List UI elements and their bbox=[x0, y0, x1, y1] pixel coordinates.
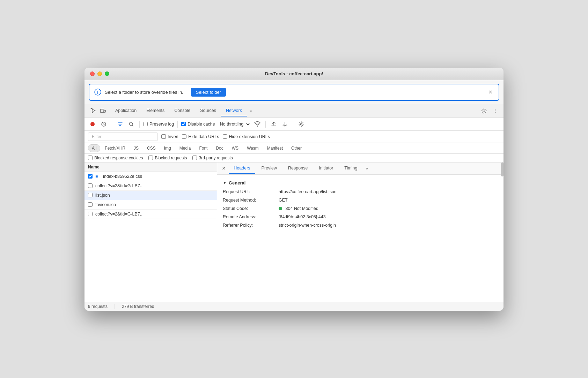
file-item-css[interactable]: ■ index-b859522e.css bbox=[84, 172, 217, 181]
file-name-collect1: collect?v=2&tid=G-LB7... bbox=[95, 183, 213, 188]
hide-data-urls-label[interactable]: Hide data URLs bbox=[182, 134, 219, 139]
status-bar-sep bbox=[115, 304, 115, 309]
third-party-label[interactable]: 3rd-party requests bbox=[192, 156, 233, 160]
tab-elements[interactable]: Elements bbox=[141, 105, 169, 116]
tab-icon-group bbox=[87, 104, 109, 118]
svg-line-10 bbox=[103, 123, 105, 125]
toolbar-sep-5 bbox=[293, 121, 293, 128]
resource-tab-manifest[interactable]: Manifest bbox=[263, 144, 287, 152]
blocked-cookies-checkbox[interactable] bbox=[88, 156, 93, 160]
resource-tab-font[interactable]: Font bbox=[195, 144, 211, 152]
header-value-remote: [64:ff9b::4b02:3c05]:443 bbox=[279, 213, 498, 221]
header-row-referrer: Referrer Policy: strict-origin-when-cros… bbox=[223, 221, 498, 229]
file-item-collect1[interactable]: collect?v=2&tid=G-LB7... bbox=[84, 181, 217, 191]
download-har-button[interactable] bbox=[280, 120, 289, 129]
preserve-log-checkbox[interactable] bbox=[143, 122, 148, 126]
status-dot-green bbox=[279, 207, 282, 210]
disable-cache-label[interactable]: Disable cache bbox=[181, 122, 215, 127]
resource-tab-img[interactable]: Img bbox=[160, 144, 175, 152]
blocked-cookies-text: Blocked response cookies bbox=[94, 156, 143, 160]
svg-point-6 bbox=[495, 110, 495, 111]
detail-tab-more[interactable]: » bbox=[363, 163, 370, 174]
detail-tab-preview[interactable]: Preview bbox=[257, 163, 282, 174]
resource-tab-fetch[interactable]: Fetch/XHR bbox=[101, 144, 129, 152]
toolbar-sep-3 bbox=[177, 121, 178, 128]
titlebar: DevTools - coffee-cart.app/ bbox=[84, 68, 504, 80]
preserve-log-label[interactable]: Preserve log bbox=[143, 122, 174, 127]
hide-extension-urls-label[interactable]: Hide extension URLs bbox=[223, 134, 270, 139]
devtools-settings-icon[interactable] bbox=[480, 107, 488, 115]
record-button[interactable] bbox=[88, 120, 97, 129]
upload-har-button[interactable] bbox=[269, 120, 278, 129]
tab-sources[interactable]: Sources bbox=[195, 105, 221, 116]
third-party-checkbox[interactable] bbox=[192, 156, 197, 160]
device-icon[interactable] bbox=[99, 107, 107, 115]
resource-tab-js[interactable]: JS bbox=[130, 144, 142, 152]
detail-tab-response[interactable]: Response bbox=[283, 163, 313, 174]
maximize-button[interactable] bbox=[105, 71, 109, 76]
section-arrow-icon: ▼ bbox=[223, 181, 227, 185]
file-checkbox-collect1[interactable] bbox=[88, 183, 93, 188]
filter-input[interactable] bbox=[88, 133, 158, 141]
invert-text: Invert bbox=[168, 134, 178, 139]
tab-network[interactable]: Network bbox=[221, 105, 247, 116]
hide-extension-urls-checkbox[interactable] bbox=[223, 134, 227, 139]
search-button[interactable] bbox=[127, 120, 136, 129]
tab-more-button[interactable]: » bbox=[247, 106, 255, 116]
resource-tab-other[interactable]: Other bbox=[287, 144, 306, 152]
file-name-collect2: collect?v=2&tid=G-LB7... bbox=[95, 212, 213, 217]
tab-console[interactable]: Console bbox=[169, 105, 195, 116]
notification-text: Select a folder to store override files … bbox=[105, 90, 183, 95]
resource-tab-all[interactable]: All bbox=[88, 144, 100, 152]
detail-close-button[interactable]: × bbox=[220, 162, 227, 174]
filter-button[interactable] bbox=[116, 120, 125, 129]
clear-button[interactable] bbox=[99, 120, 108, 129]
notification-close-button[interactable]: × bbox=[487, 89, 494, 96]
hide-data-urls-checkbox[interactable] bbox=[182, 134, 186, 139]
tab-application[interactable]: Application bbox=[110, 105, 141, 116]
network-toolbar: Preserve log Disable cache No throttling bbox=[84, 118, 504, 131]
header-value-url: https://coffee-cart.app/list.json bbox=[279, 188, 498, 196]
devtools-more-icon[interactable] bbox=[491, 107, 499, 115]
detail-tab-initiator[interactable]: Initiator bbox=[314, 163, 338, 174]
invert-checkbox[interactable] bbox=[161, 134, 166, 139]
disable-cache-checkbox[interactable] bbox=[181, 122, 186, 126]
resource-tab-wasm[interactable]: Wasm bbox=[243, 144, 263, 152]
file-checkbox-css[interactable] bbox=[88, 174, 93, 179]
file-item-favicon[interactable]: favicon.ico bbox=[84, 200, 217, 210]
resource-tab-doc[interactable]: Doc bbox=[212, 144, 227, 152]
resource-tab-ws[interactable]: WS bbox=[228, 144, 242, 152]
detail-panel-wrapper: × Headers Preview Response Initiator Tim… bbox=[217, 162, 504, 302]
detail-tab-headers[interactable]: Headers bbox=[229, 163, 255, 174]
general-section-header[interactable]: ▼ General bbox=[223, 178, 498, 188]
third-party-text: 3rd-party requests bbox=[199, 156, 233, 160]
disable-cache-text: Disable cache bbox=[188, 122, 215, 127]
resource-tab-css[interactable]: CSS bbox=[143, 144, 160, 152]
file-item-json[interactable]: list.json bbox=[84, 191, 217, 200]
notif-left: i Select a folder to store override file… bbox=[94, 88, 226, 97]
svg-point-4 bbox=[483, 110, 485, 112]
file-checkbox-json[interactable] bbox=[88, 193, 93, 197]
file-item-collect2[interactable]: collect?v=2&tid=G-LB7... bbox=[84, 210, 217, 219]
wifi-icon[interactable] bbox=[253, 120, 262, 129]
main-tabs-row: Application Elements Console Sources Net… bbox=[84, 104, 504, 118]
file-checkbox-favicon[interactable] bbox=[88, 202, 93, 207]
resource-type-tabs: All Fetch/XHR JS CSS Img Media Font Doc … bbox=[84, 143, 504, 154]
blocked-requests-checkbox[interactable] bbox=[148, 156, 153, 160]
invert-label[interactable]: Invert bbox=[161, 134, 178, 139]
header-label-method: Request Method: bbox=[223, 196, 279, 204]
resource-tab-media[interactable]: Media bbox=[176, 144, 195, 152]
detail-scrollbar[interactable] bbox=[501, 162, 504, 176]
blocked-cookies-label[interactable]: Blocked response cookies bbox=[88, 156, 143, 160]
throttling-select[interactable]: No throttling bbox=[217, 121, 251, 128]
minimize-button[interactable] bbox=[97, 71, 102, 76]
close-button[interactable] bbox=[90, 71, 95, 76]
cursor-icon[interactable] bbox=[89, 107, 97, 115]
detail-tab-timing[interactable]: Timing bbox=[339, 163, 362, 174]
select-folder-button[interactable]: Select folder bbox=[191, 88, 226, 97]
file-checkbox-collect2[interactable] bbox=[88, 212, 93, 216]
svg-point-11 bbox=[130, 122, 133, 125]
blocked-requests-label[interactable]: Blocked requests bbox=[148, 156, 187, 160]
network-settings-button[interactable] bbox=[297, 120, 306, 129]
requests-count: 9 requests bbox=[88, 304, 108, 309]
